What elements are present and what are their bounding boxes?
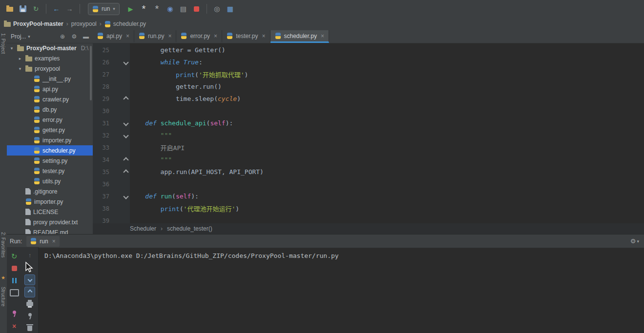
forward-button[interactable]: → <box>63 3 76 15</box>
sync-button[interactable]: ↻ <box>30 3 42 15</box>
stop-button[interactable] <box>190 3 203 15</box>
tree-item-examples[interactable]: ▸examples <box>7 53 93 63</box>
up-arrow-icon: ↑ <box>28 252 31 259</box>
tool-windows-button[interactable]: ▦ <box>224 3 236 15</box>
python-file-icon <box>275 33 281 39</box>
console-output-area[interactable]: D:\Anaconda3\python.exe D:/JetBrains/Git… <box>39 247 644 333</box>
tree-item-proxypool[interactable]: ▾proxypool <box>7 63 93 74</box>
fold-gutter[interactable] <box>122 121 130 125</box>
python-file-icon <box>34 147 40 154</box>
panel-settings-button[interactable]: ⚙ <box>69 32 79 41</box>
run-settings-button[interactable]: ⚙ ▾ <box>630 237 639 245</box>
profile-button[interactable]: * <box>151 3 163 15</box>
close-icon[interactable]: × <box>52 238 56 245</box>
editor-area[interactable]: api.py×run.py×error.py×tester.py×schedul… <box>93 30 644 234</box>
scroll-to-end-button[interactable] <box>24 287 35 297</box>
rerun-button[interactable]: ↻ <box>9 251 20 261</box>
run-dashboard-button[interactable]: ▤ <box>177 3 189 15</box>
fold-gutter[interactable] <box>122 195 130 198</box>
run-config-selector[interactable]: run ▾ <box>88 3 120 15</box>
run-tab[interactable]: run × <box>26 236 59 247</box>
editor-tab-tester.py[interactable]: tester.py× <box>222 30 270 43</box>
editor-tab-scheduler.py[interactable]: scheduler.py× <box>270 30 329 43</box>
tree-item-importer.py[interactable]: importer.py <box>7 196 93 207</box>
close-icon[interactable]: × <box>214 33 217 39</box>
open-button[interactable] <box>3 3 16 15</box>
close-icon[interactable]: × <box>126 33 129 39</box>
breadcrumb-item-proxypool[interactable]: proxypool <box>71 20 97 27</box>
locate-file-button[interactable]: ⊕ <box>58 32 67 41</box>
clear-console-button[interactable] <box>24 323 35 333</box>
run-panel-body: ↻ × ↑ ↓ D:\Anaconda3\python.exe D:/JetBr… <box>7 247 644 333</box>
tree-item-proxy provider.txt[interactable]: proxy provider.txt <box>7 217 93 227</box>
editor-tab-api.py[interactable]: api.py× <box>93 30 134 43</box>
tree-item-getter.py[interactable]: getter.py <box>7 125 93 135</box>
editor-tab-run.py[interactable]: run.py× <box>134 30 176 43</box>
toolbar-separator <box>207 4 207 14</box>
fold-down-icon[interactable] <box>123 59 128 65</box>
close-icon[interactable]: × <box>321 33 324 39</box>
tree-item-setting.py[interactable]: setting.py <box>7 156 93 166</box>
close-icon[interactable]: × <box>262 33 265 39</box>
fold-up-icon[interactable] <box>123 96 128 101</box>
back-button[interactable]: ← <box>50 3 62 15</box>
show-console-button[interactable] <box>9 288 20 298</box>
breadcrumb-item-scheduler.py[interactable]: scheduler.py <box>104 20 146 27</box>
editor-tab-error.py[interactable]: error.py× <box>176 30 222 43</box>
search-button[interactable]: ◎ <box>211 3 223 15</box>
fold-down-icon[interactable] <box>123 194 128 199</box>
code-editor[interactable]: 25 getter = Getter()26 while True:27 pri… <box>93 43 644 224</box>
coverage-button[interactable]: * <box>138 3 150 15</box>
line-number: 32 <box>93 132 114 139</box>
tree-item-ProxyPool-master[interactable]: ▾ProxyPool-masterD:\ <box>7 43 93 53</box>
run-button[interactable]: ▶ <box>125 3 137 15</box>
favorites-stripe-button[interactable]: 2: Favorites <box>0 232 6 257</box>
down-stacktrace-button[interactable]: ↓ <box>24 262 35 273</box>
run-tab-label: run <box>40 238 48 245</box>
fold-gutter[interactable] <box>122 134 130 137</box>
tree-item-__init__.py[interactable]: __init__.py <box>7 74 93 84</box>
hide-panel-button[interactable]: ▬ <box>81 32 91 41</box>
tree-item-utils.py[interactable]: utils.py <box>7 176 93 186</box>
tree-item-importer.py[interactable]: importer.py <box>7 135 93 145</box>
tree-item-scheduler.py[interactable]: scheduler.py <box>7 145 93 156</box>
tree-item-error.py[interactable]: error.py <box>7 115 93 125</box>
run-toolbar-secondary: ↑ ↓ <box>21 247 39 333</box>
close-icon[interactable]: × <box>168 33 171 39</box>
fold-up-icon[interactable] <box>123 169 128 175</box>
close-tab-button[interactable]: × <box>9 321 20 331</box>
breadcrumb-method[interactable]: schedule_tester() <box>167 225 212 232</box>
project-panel-title[interactable]: Proj... <box>11 33 26 40</box>
tree-item-crawler.py[interactable]: crawler.py <box>7 94 93 104</box>
tree-item-tester.py[interactable]: tester.py <box>7 166 93 176</box>
fold-down-icon[interactable] <box>123 120 128 126</box>
pin-tab-button[interactable] <box>9 309 20 319</box>
up-stacktrace-button[interactable]: ↑ <box>24 250 35 260</box>
tree-item-api.py[interactable]: api.py <box>7 84 93 94</box>
tree-item-.gitignore[interactable]: .gitignore <box>7 186 93 196</box>
tree-item-README.md[interactable]: README.md <box>7 227 93 234</box>
project-scrollbar[interactable] <box>90 46 92 100</box>
stop-process-button[interactable] <box>9 263 20 274</box>
unpin-button[interactable] <box>24 311 35 321</box>
fold-up-icon[interactable] <box>123 157 128 162</box>
breadcrumb-class[interactable]: Scheduler <box>130 225 156 232</box>
fold-down-icon[interactable] <box>123 133 128 138</box>
print-button[interactable] <box>24 299 35 309</box>
code-token: 开启API <box>130 144 185 152</box>
tree-item-db.py[interactable]: db.py <box>7 104 93 115</box>
save-button[interactable] <box>17 3 29 15</box>
tree-item-label: ProxyPool-master <box>26 45 77 52</box>
breadcrumb-item-ProxyPool-master[interactable]: ProxyPool-master <box>4 20 63 27</box>
soft-wrap-button[interactable] <box>24 274 35 285</box>
main-toolbar: ↻ ← → run ▾ ▶ * * ◉ ▤ ◎ ▦ <box>0 0 644 18</box>
fold-gutter[interactable] <box>122 60 130 64</box>
fold-gutter[interactable] <box>122 170 130 174</box>
profiler-button[interactable]: ◉ <box>164 3 176 15</box>
tree-item-LICENSE[interactable]: LICENSE <box>7 207 93 217</box>
fold-gutter[interactable] <box>122 158 130 162</box>
project-stripe-button[interactable]: 1: Project <box>0 33 6 54</box>
pause-output-button[interactable] <box>9 275 20 286</box>
structure-stripe-button[interactable]: Structure <box>0 287 6 307</box>
fold-gutter[interactable] <box>122 97 130 101</box>
